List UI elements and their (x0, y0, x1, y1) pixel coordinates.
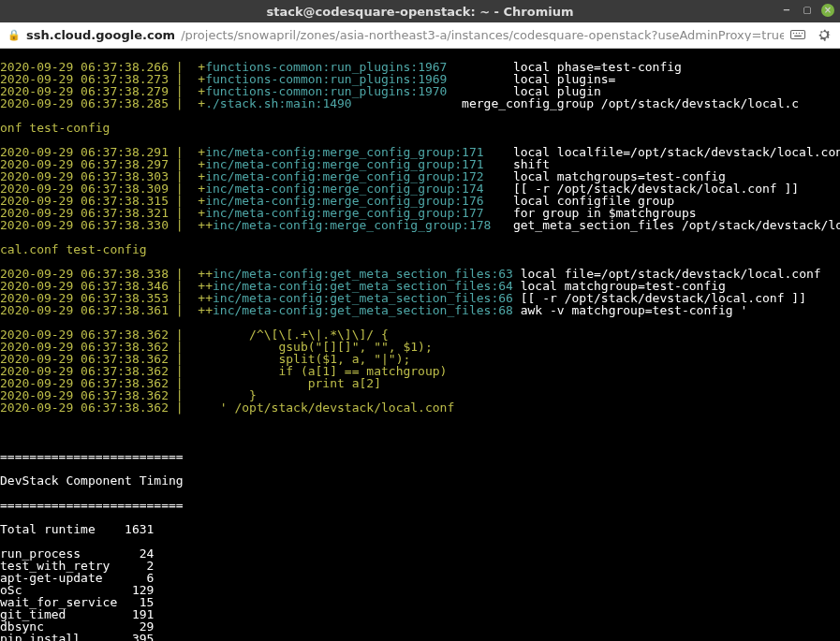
log-continuation: onf test-config (0, 122, 840, 134)
maximize-icon[interactable]: ▢ (801, 4, 814, 17)
log-continuation: cal.conf test-config (0, 243, 840, 255)
url-host[interactable]: ssh.cloud.google.com (26, 29, 175, 41)
log-line: 2020-09-29 06:37:38.285 | +./stack.sh:ma… (0, 97, 840, 109)
timing-row: pip_install 395 (0, 633, 840, 641)
window-title: stack@codesquare-openstack: ~ - Chromium (267, 6, 574, 18)
lock-icon: 🔒 (7, 30, 21, 40)
timing-header: DevStack Component Timing (0, 474, 840, 487)
separator: ========================= (0, 450, 840, 462)
url-path[interactable]: /projects/snowapril/zones/asia-northeast… (181, 29, 784, 41)
gear-icon[interactable] (816, 26, 833, 45)
terminal-output[interactable]: 2020-09-29 06:37:38.266 | +functions-com… (0, 49, 840, 641)
log-line: 2020-09-29 06:37:38.362 | ' /opt/stack/d… (0, 401, 840, 414)
urlbar: 🔒 ssh.cloud.google.com /projects/snowapr… (0, 22, 840, 49)
url-toolbar (789, 26, 833, 45)
svg-point-3 (799, 32, 801, 34)
window-controls: − ▢ × (780, 4, 834, 17)
svg-point-4 (802, 32, 803, 34)
log-line: 2020-09-29 06:37:38.330 | ++inc/meta-con… (0, 219, 840, 231)
svg-point-1 (793, 32, 795, 34)
svg-rect-0 (791, 30, 805, 38)
svg-rect-5 (794, 35, 802, 36)
svg-point-2 (796, 32, 798, 34)
log-line: 2020-09-29 06:37:38.361 | ++inc/meta-con… (0, 304, 840, 316)
timing-row: Total runtime 1631 (0, 523, 840, 535)
minimize-icon[interactable]: − (780, 4, 793, 17)
separator: ========================= (0, 499, 840, 511)
window-titlebar: stack@codesquare-openstack: ~ - Chromium… (0, 0, 840, 22)
keyboard-icon[interactable] (789, 26, 806, 45)
close-icon[interactable]: × (821, 4, 834, 17)
